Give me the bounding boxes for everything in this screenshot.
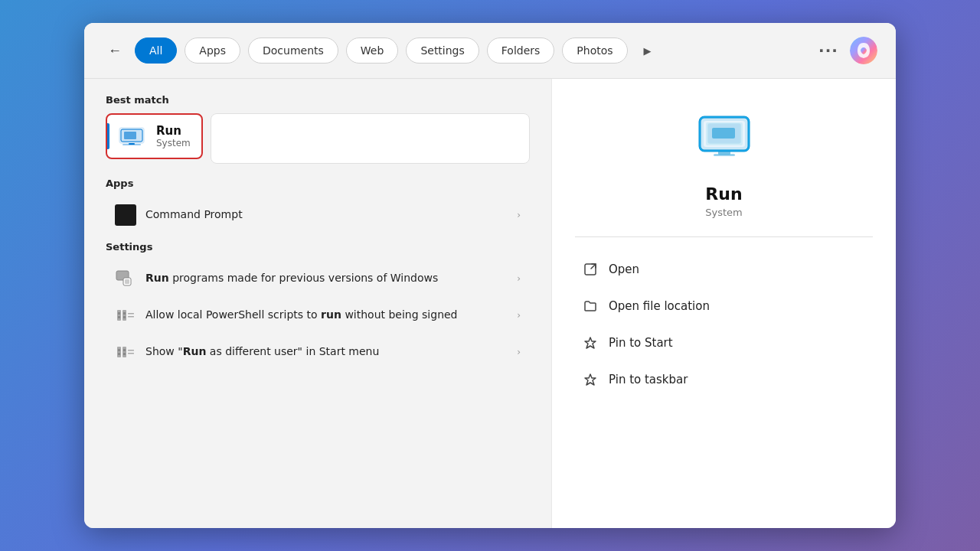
pin-start-icon (583, 335, 598, 350)
chevron-icon-2: › (517, 273, 521, 284)
pin-taskbar-icon (583, 372, 598, 387)
search-window: ← All Apps Documents Web Settings Folder… (84, 23, 896, 528)
settings-item-icon-1 (115, 268, 136, 289)
svg-rect-22 (123, 353, 126, 355)
svg-rect-3 (124, 132, 136, 139)
open-icon (583, 262, 598, 277)
best-match-item-run[interactable]: Run System (106, 113, 203, 159)
svg-rect-20 (123, 349, 126, 351)
filter-all[interactable]: All (135, 37, 177, 64)
action-open-file-location[interactable]: Open file location (575, 289, 873, 323)
run-app-icon (118, 126, 145, 147)
svg-rect-15 (128, 313, 134, 315)
svg-rect-5 (129, 143, 135, 145)
app-detail-subtitle: System (705, 207, 742, 218)
settings-item-icon-2 (115, 305, 136, 326)
action-pin-to-start-label: Pin to Start (609, 336, 673, 350)
action-open-label: Open (609, 262, 639, 276)
action-list: Open Open file location (575, 253, 873, 396)
settings-item-run-as-user[interactable]: Show "Run as different user" in Start me… (106, 334, 530, 370)
settings-section-title: Settings (106, 241, 530, 253)
svg-rect-31 (714, 154, 735, 156)
filter-documents[interactable]: Documents (248, 37, 338, 64)
best-match-section-title: Best match (106, 94, 530, 106)
svg-rect-18 (122, 347, 126, 357)
filter-settings[interactable]: Settings (406, 37, 479, 64)
chevron-icon-4: › (517, 347, 521, 357)
svg-rect-8 (125, 279, 129, 284)
apps-section-title: Apps (106, 178, 530, 189)
filter-photos[interactable]: Photos (562, 37, 627, 64)
run-large-icon (694, 109, 755, 171)
chevron-icon-3: › (517, 310, 521, 321)
filter-apps[interactable]: Apps (185, 37, 240, 64)
filter-web[interactable]: Web (346, 37, 399, 64)
folder-icon (583, 298, 598, 314)
command-prompt-label: Command Prompt (145, 207, 508, 223)
settings-item-text-2: Allow local PowerShell scripts to run wi… (145, 308, 508, 323)
svg-rect-11 (118, 312, 120, 315)
back-button[interactable]: ← (103, 38, 127, 63)
best-match-extra-space (211, 113, 530, 164)
list-item-command-prompt[interactable]: Command Prompt › (106, 197, 530, 233)
svg-rect-12 (123, 312, 126, 315)
action-pin-to-start[interactable]: Pin to Start (575, 326, 873, 360)
svg-rect-21 (118, 353, 120, 355)
svg-rect-24 (128, 353, 134, 354)
apps-section: Apps Command Prompt › (106, 178, 530, 233)
action-pin-to-taskbar[interactable]: Pin to taskbar (575, 363, 873, 396)
top-bar: ← All Apps Documents Web Settings Folder… (84, 23, 896, 79)
action-pin-to-taskbar-label: Pin to taskbar (609, 373, 688, 386)
svg-rect-19 (118, 349, 120, 351)
svg-rect-29 (712, 128, 735, 139)
right-panel: Run System Open (551, 79, 896, 528)
more-button[interactable]: ··· (815, 37, 842, 64)
settings-item-text-1: Run programs made for previous versions … (145, 271, 508, 286)
svg-rect-13 (118, 316, 120, 318)
svg-rect-16 (128, 316, 134, 318)
svg-rect-17 (117, 347, 121, 357)
svg-rect-23 (128, 350, 134, 351)
action-open[interactable]: Open (575, 253, 873, 286)
svg-rect-14 (123, 316, 126, 318)
best-match-name: Run (156, 124, 191, 138)
copilot-icon[interactable] (850, 37, 877, 64)
best-match-sub: System (156, 138, 191, 148)
app-detail-name: Run (705, 184, 742, 204)
action-open-file-location-label: Open file location (609, 299, 710, 313)
left-panel: Best match Run (84, 79, 551, 528)
settings-section: Settings Run programs made for previous … (106, 241, 530, 370)
svg-rect-9 (117, 310, 121, 321)
best-match-text: Run System (156, 124, 191, 148)
best-match-row: Run System (106, 113, 530, 164)
settings-item-run-programs[interactable]: Run programs made for previous versions … (106, 260, 530, 297)
settings-item-text-3: Show "Run as different user" in Start me… (145, 344, 508, 360)
svg-rect-10 (122, 310, 126, 321)
play-button[interactable]: ▶ (635, 38, 660, 63)
filter-folders[interactable]: Folders (487, 37, 555, 64)
settings-item-icon-3 (115, 341, 136, 363)
chevron-icon: › (517, 210, 521, 220)
main-content: Best match Run (84, 79, 896, 528)
command-prompt-icon (115, 204, 136, 226)
settings-item-powershell[interactable]: Allow local PowerShell scripts to run wi… (106, 297, 530, 334)
divider (575, 236, 873, 237)
